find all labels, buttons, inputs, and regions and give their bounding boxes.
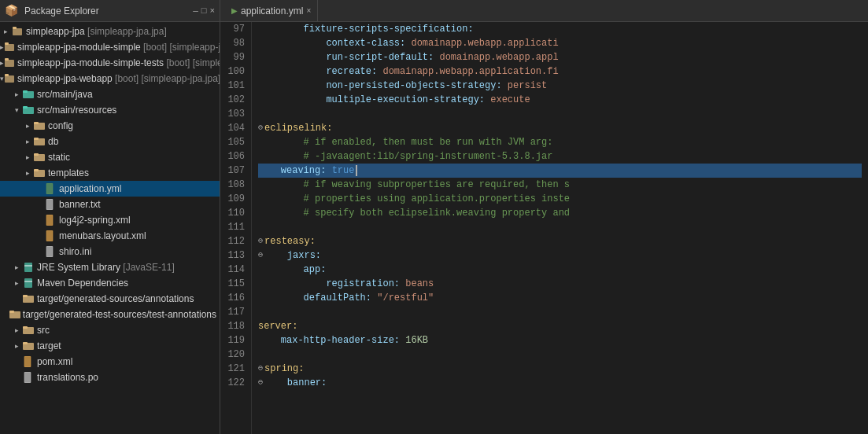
- editor-close-button[interactable]: ×: [306, 6, 311, 15]
- tree-item-static[interactable]: ▸static: [0, 149, 220, 165]
- tree-item-shiro.ini[interactable]: shiro.ini: [0, 244, 220, 259]
- code-line: [258, 107, 862, 121]
- editor-tab[interactable]: ▶ application.yml ×: [225, 0, 318, 22]
- line-number: 104: [227, 121, 245, 135]
- tree-arrow: ▸: [22, 169, 33, 177]
- svg-rect-42: [24, 356, 31, 367]
- code-token: domainapp.webapp.applicati: [411, 36, 558, 50]
- line-number: 111: [227, 220, 245, 234]
- fold-marker[interactable]: ⊖: [258, 248, 263, 263]
- folder-icon: [22, 340, 35, 352]
- tree-item-pom.xml[interactable]: pom.xml: [0, 354, 220, 370]
- svg-rect-41: [23, 342, 28, 344]
- tree-item-label: target/generated-test-sources/test-annot…: [23, 309, 216, 320]
- code-token: # specify both eclipselink.weaving prope…: [258, 206, 570, 220]
- fold-marker[interactable]: ⊖: [258, 121, 263, 135]
- code-token: max-http-header-size:: [258, 333, 405, 348]
- file-tree: ▸simpleapp-jpa [simpleapp-jpa.jpa]▸simpl…: [0, 22, 220, 434]
- close-icon[interactable]: ×: [209, 6, 215, 16]
- line-number: 98: [227, 36, 245, 50]
- tree-item-maven[interactable]: ▸Maven Dependencies: [0, 275, 220, 291]
- tree-item-simpleapp-jpa[interactable]: ▸simpleapp-jpa [simpleapp-jpa.jpa]: [0, 24, 220, 39]
- code-token: registration:: [258, 277, 405, 291]
- xml-icon: [44, 214, 57, 226]
- tree-item-simpleapp-jpa-module-simple[interactable]: ▸simpleapp-jpa-module-simple [boot] [sim…: [0, 39, 220, 55]
- fold-marker[interactable]: ⊖: [258, 376, 263, 390]
- svg-rect-37: [9, 311, 14, 313]
- tree-item-src-main-java[interactable]: ▸src/main/java: [0, 86, 220, 102]
- svg-rect-28: [46, 246, 53, 257]
- package-explorer-panel: 📦 Package Explorer — □ × ▸simpleapp-jpa …: [0, 0, 220, 434]
- tree-item-label: log4j2-spring.xml: [59, 215, 131, 226]
- svg-rect-19: [34, 169, 39, 171]
- tree-item-banner.txt[interactable]: banner.txt: [0, 197, 220, 212]
- line-number: 103: [227, 107, 245, 121]
- folder-icon: [33, 120, 46, 132]
- editor-content: 9798991001011021031041051061071081091101…: [220, 22, 868, 434]
- tree-item-jre[interactable]: ▸JRE System Library [JavaSE-11]: [0, 259, 220, 275]
- tree-item-log4j2-spring.xml[interactable]: log4j2-spring.xml: [0, 212, 220, 228]
- fold-marker[interactable]: ⊖: [258, 234, 263, 248]
- tree-item-label: banner.txt: [59, 199, 101, 210]
- tree-item-label: db: [48, 136, 58, 147]
- package-explorer-icon: 📦: [5, 4, 18, 17]
- code-line: ⊖eclipselink:: [258, 121, 862, 135]
- code-token: # -javaagent:lib/spring-instrument-5.3.8…: [258, 149, 552, 164]
- tree-item-simpleapp-jpa-webapp[interactable]: ▾simpleapp-jpa-webapp [boot] [simpleapp-…: [0, 71, 220, 86]
- svg-rect-4: [5, 60, 14, 67]
- tree-item-application.yml[interactable]: application.yml: [0, 181, 220, 197]
- code-token: banner:: [264, 376, 327, 390]
- txt-icon: [22, 371, 35, 384]
- line-number: 118: [227, 319, 245, 333]
- tree-item-src[interactable]: ▸src: [0, 322, 220, 338]
- tree-item-templates[interactable]: ▸templates: [0, 165, 220, 181]
- tree-item-target[interactable]: ▸target: [0, 338, 220, 354]
- code-token: jaxrs:: [264, 248, 321, 263]
- src-icon: [22, 88, 35, 101]
- xml-icon: [44, 230, 57, 242]
- code-line: ⊖ jaxrs:: [258, 248, 862, 263]
- maximize-icon[interactable]: □: [201, 6, 207, 16]
- folder-icon: [33, 135, 46, 148]
- svg-rect-13: [34, 122, 39, 124]
- tree-item-menubars.layout.xml[interactable]: menubars.layout.xml: [0, 228, 220, 244]
- code-line: # -javaagent:lib/spring-instrument-5.3.8…: [258, 149, 862, 164]
- svg-rect-0: [13, 28, 22, 35]
- code-area[interactable]: fixture-scripts-specification: context-c…: [252, 22, 868, 434]
- code-token: domainapp.webapp.appl: [439, 50, 558, 64]
- tree-item-simpleapp-jpa-module-simple-tests[interactable]: ▸simpleapp-jpa-module-simple-tests [boot…: [0, 55, 220, 71]
- code-line: # if enabled, then must be run with JVM …: [258, 135, 862, 149]
- code-token: execute: [490, 93, 530, 107]
- svg-rect-30: [24, 263, 32, 272]
- svg-rect-15: [34, 138, 39, 140]
- txt-icon: [44, 198, 57, 211]
- folder-icon: [22, 292, 35, 305]
- fold-marker[interactable]: ⊖: [258, 362, 263, 376]
- tree-item-target-gen-src[interactable]: target/generated-sources/annotations: [0, 291, 220, 307]
- tree-item-src-main-resources[interactable]: ▾src/main/resources: [0, 102, 220, 118]
- tree-item-label: simpleapp-jpa-module-simple-tests [boot]…: [17, 57, 220, 68]
- tree-item-db[interactable]: ▸db: [0, 134, 220, 149]
- line-number: 99: [227, 50, 245, 64]
- txt-icon: [44, 245, 57, 258]
- yml-icon: [44, 182, 57, 195]
- line-number: 105: [227, 135, 245, 149]
- code-line: defaultPath: "/restful": [258, 291, 862, 305]
- code-token: spring:: [264, 362, 304, 376]
- code-line: # specify both eclipselink.weaving prope…: [258, 206, 862, 220]
- minimize-icon[interactable]: —: [193, 6, 198, 16]
- code-token: fixture-scripts-specification:: [258, 22, 474, 36]
- jar-icon: [22, 277, 35, 289]
- svg-rect-32: [24, 278, 32, 288]
- code-token: "/restful": [377, 291, 434, 305]
- tree-item-translations.po[interactable]: translations.po: [0, 370, 220, 385]
- tree-item-target-gen-test[interactable]: target/generated-test-sources/test-annot…: [0, 307, 220, 322]
- tree-arrow: ▸: [0, 28, 11, 35]
- line-number: 100: [227, 64, 245, 79]
- tree-item-config[interactable]: ▸config: [0, 118, 220, 134]
- folder-icon: [33, 151, 46, 164]
- line-number: 113: [227, 248, 245, 263]
- svg-rect-3: [5, 42, 9, 45]
- code-token: true: [332, 164, 355, 178]
- tree-item-label: src: [37, 325, 50, 336]
